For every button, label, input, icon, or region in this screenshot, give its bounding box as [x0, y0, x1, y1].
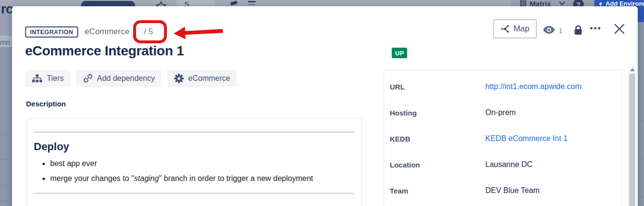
ecommerce-button-label: eCommerce: [188, 74, 230, 83]
detail-label: Hosting: [390, 109, 485, 117]
action-buttons: Tiers Add dependency: [25, 70, 237, 87]
detail-row-url: URL http://int1.ecom.apwide.com: [384, 74, 622, 100]
lock-button[interactable]: [574, 25, 583, 35]
add-dependency-label: Add dependency: [97, 74, 155, 83]
breadcrumb-count-wrap: / 5: [136, 22, 161, 41]
tiers-button[interactable]: Tiers: [25, 70, 70, 87]
page-title: eCommerce Integration 1: [25, 43, 184, 59]
list-item: merge your changes to "staging" branch i…: [50, 171, 356, 186]
background-search-field: [177, 0, 214, 6]
screen: rc S Matrix ? + Add Environment mn INTEG…: [0, 0, 644, 206]
detail-label: Location: [390, 161, 485, 169]
close-icon: [614, 23, 625, 35]
background-row-divider: [0, 134, 12, 135]
environment-details-dialog: INTEGRATION eCommerce / 5: [12, 6, 638, 206]
close-button[interactable]: [614, 23, 625, 35]
background-row-divider: [638, 120, 644, 120]
background-column-fragment: mn: [0, 38, 10, 46]
annotation-arrow: [174, 25, 223, 39]
background-page-title-fragment: rc: [1, 2, 13, 17]
description-panel: Deploy best app ever merge your changes …: [27, 118, 362, 206]
detail-value: DEV Blue Team: [485, 186, 540, 195]
scrollbar-up-arrow[interactable]: [630, 68, 635, 71]
chevron-down-icon[interactable]: [559, 1, 565, 6]
scrollbar[interactable]: [628, 65, 636, 206]
detail-label: URL: [390, 83, 485, 91]
scrollbar-thumb[interactable]: [629, 74, 635, 206]
detail-row-hosting: Hosting On-prem: [384, 100, 622, 126]
lock-icon: [574, 25, 583, 35]
background-filter-icon: [248, 1, 256, 2]
eye-icon: [543, 26, 555, 34]
divider: [34, 132, 355, 132]
background-row-divider: [0, 185, 12, 186]
divider: [34, 193, 355, 193]
detail-value: On-prem: [485, 108, 516, 117]
detail-row-team: Team DEV Blue Team: [384, 178, 622, 204]
more-actions-button[interactable]: •••: [590, 24, 602, 33]
list-item: best app ever: [50, 156, 356, 171]
gear-icon: [174, 74, 184, 83]
detail-row-kedb: KEDB KEDB eCommerce Int 1: [384, 126, 622, 152]
add-dependency-button[interactable]: Add dependency: [76, 70, 162, 87]
background-row-divider: [0, 159, 12, 160]
breadcrumb-parent[interactable]: eCommerce: [85, 27, 130, 37]
status-badge: UP: [392, 48, 407, 58]
breadcrumb: INTEGRATION eCommerce / 5: [25, 22, 161, 41]
kedb-link[interactable]: KEDB eCommerce Int 1: [485, 134, 568, 143]
description-field-label: Description: [26, 100, 66, 108]
detail-label: Team: [390, 187, 485, 195]
map-button[interactable]: Map: [493, 19, 537, 39]
details-panel: URL http://int1.ecom.apwide.com Hosting …: [384, 70, 622, 206]
ecommerce-settings-button[interactable]: eCommerce: [167, 70, 237, 87]
map-button-label: Map: [513, 24, 529, 34]
map-network-icon: [500, 24, 510, 34]
link-icon: [83, 74, 93, 83]
detail-label: KEDB: [390, 135, 485, 143]
tiers-button-label: Tiers: [47, 74, 64, 83]
watchers-button[interactable]: [543, 26, 555, 34]
detail-row-location: Location Lausanne DC: [384, 152, 622, 178]
detail-value: Lausanne DC: [485, 160, 533, 169]
url-link[interactable]: http://int1.ecom.apwide.com: [485, 82, 581, 91]
background-row-divider: [0, 201, 12, 201]
description-heading: Deploy: [34, 141, 355, 153]
background-row-divider: [638, 158, 644, 159]
description-list: best app ever merge your changes to "sta…: [33, 156, 356, 186]
tiers-icon: [32, 74, 42, 83]
background-row-divider: [638, 197, 644, 197]
watchers-count: 1: [559, 26, 562, 35]
breadcrumb-count: / 5: [144, 27, 153, 36]
type-badge: INTEGRATION: [25, 26, 78, 38]
